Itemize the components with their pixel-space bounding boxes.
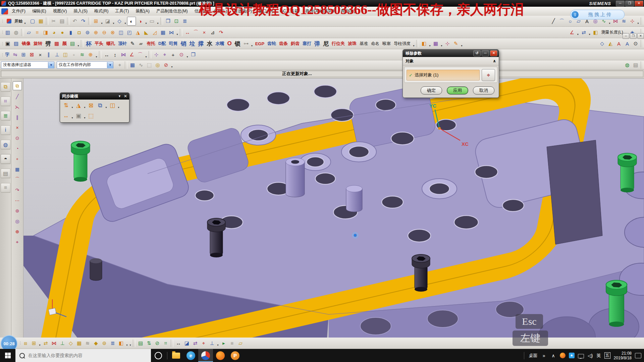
throat-plug-button[interactable]: 喉塞	[381, 40, 392, 48]
edge-button[interactable]: e	[183, 349, 198, 362]
close-icon[interactable]: ✕	[124, 94, 127, 99]
edit-params-icon[interactable]: ▩	[53, 40, 61, 48]
file-explorer-button[interactable]	[169, 349, 183, 362]
object-display-icon[interactable]: ▨	[12, 40, 20, 48]
point-set-icon[interactable]: ⊹	[443, 40, 451, 48]
network-icon[interactable]	[578, 354, 584, 358]
circle-point-icon[interactable]: ⊙	[177, 51, 185, 59]
cut-icon[interactable]: ✂	[50, 17, 58, 25]
shaded-with-edges-icon[interactable]: ◐	[127, 17, 136, 25]
nx-app-button[interactable]	[198, 349, 213, 362]
join-icon[interactable]: ⋈	[119, 51, 127, 59]
snap-link-icon[interactable]: ⧉	[13, 81, 22, 90]
dropdown-arrow[interactable]: ▾	[38, 339, 41, 348]
snapshot-icon[interactable]: ⊡	[172, 17, 180, 25]
pull-face-icon[interactable]: ◮	[74, 101, 83, 110]
palettes-tab[interactable]: ▤	[1, 169, 10, 178]
firefox-button[interactable]	[213, 349, 228, 362]
search-input[interactable]	[28, 353, 140, 358]
green-screw-lower-right[interactable]	[606, 280, 627, 327]
measure-distance-icon[interactable]: ⇄	[580, 28, 588, 37]
selection-filter-select[interactable]: 没有选择过滤器 ▼	[1, 61, 54, 69]
mirror-assembly-icon[interactable]: ⋈	[50, 339, 58, 347]
screen-capture-icon[interactable]: ▣	[4, 40, 12, 48]
section-view-icon[interactable]: ◪	[104, 17, 112, 25]
add-component-icon[interactable]: ⊞	[30, 339, 38, 347]
dropdown-arrow[interactable]: ▾	[637, 17, 640, 26]
group-face-icon[interactable]: ⬚	[87, 112, 95, 120]
dialog-titlebar[interactable]: 移除参数 ↺ ─ ✕	[403, 50, 499, 57]
measure-icon[interactable]: ↔	[174, 339, 182, 347]
screw-hole-button[interactable]: 螺孔	[105, 40, 116, 48]
close-x-icon[interactable]: ×	[36, 51, 44, 59]
draft-icon[interactable]: ◿	[151, 28, 159, 37]
selection-scope-select[interactable]: 仅在工作部件内部 ▼	[57, 61, 113, 69]
select-all-icon[interactable]: ▦	[128, 61, 137, 69]
dropdown-arrow[interactable]: ▾	[83, 111, 86, 120]
linked-face-icon[interactable]: ▣	[74, 112, 83, 120]
combine-icon[interactable]: ⊕	[87, 51, 95, 59]
pattern-feature-icon[interactable]: ▦	[159, 28, 167, 37]
product-interface-icon[interactable]: ◆	[92, 339, 100, 347]
nylon-latch-button[interactable]: 尼	[322, 40, 330, 48]
angle-icon[interactable]: ∠	[128, 51, 136, 59]
compare-icon[interactable]: ◫	[61, 51, 69, 59]
volume-icon[interactable]: ◁)	[587, 353, 593, 359]
minimize-icon[interactable]: ─	[482, 50, 489, 56]
helical-gear-button[interactable]: 斜齿	[289, 40, 301, 48]
project-curve-icon[interactable]: ⊿	[209, 28, 217, 37]
side-boss[interactable]	[346, 185, 362, 212]
sync-toolbar-titlebar[interactable]: 同步建模 ▼ ✕	[60, 93, 129, 100]
close-icon[interactable]: ✕	[490, 50, 497, 56]
shoulder-screw-button[interactable]: 塞打	[301, 40, 313, 48]
gear-button[interactable]: 齿轮	[266, 40, 277, 48]
ripple-icon[interactable]: ≋	[78, 51, 86, 59]
split-button[interactable]: 劈	[44, 40, 52, 48]
dropdown-arrow[interactable]: ▾	[100, 17, 103, 26]
sync-modeling-toolbar[interactable]: 同步建模 ▼ ✕ ⇅▾◮▾⊠⧉▾◫▾ ↔▾▣▾⬚	[60, 93, 129, 123]
dropdown-arrow[interactable]: ▾	[124, 17, 127, 26]
snap-point-on-face-icon[interactable]: ◎	[13, 217, 21, 225]
target-point-icon[interactable]: ⌖	[161, 51, 169, 59]
supported-button[interactable]: 有托	[145, 40, 157, 48]
options-icon[interactable]: ≡	[228, 339, 236, 347]
dme-button[interactable]: D配	[157, 40, 167, 48]
dropdown-arrow[interactable]: ▾	[588, 28, 591, 37]
constraint-navigator-tab[interactable]: ⌗	[1, 97, 10, 106]
ball-icon[interactable]: ◍	[623, 61, 631, 69]
snap-quadrant-icon[interactable]: ◔	[13, 144, 21, 153]
sequence-icon[interactable]: ≋	[84, 339, 92, 347]
green-screw-upper-right[interactable]	[618, 153, 637, 192]
stretch-h-icon[interactable]: ↔	[103, 51, 111, 59]
o-ring-button[interactable]: O	[226, 40, 233, 48]
exchange-icon[interactable]: ⇋	[11, 51, 19, 59]
snap-curve-icon[interactable]: ↷	[13, 186, 21, 194]
pin-button[interactable]: 销	[179, 40, 187, 48]
dropdown-arrow[interactable]: ▾	[105, 101, 108, 110]
restore-button[interactable]: ❐	[625, 1, 634, 6]
mdi-restore-button[interactable]: ❐	[630, 33, 637, 39]
snap-arc-icon[interactable]: ⌒	[13, 176, 21, 184]
dropdown-arrow[interactable]: ▾	[117, 101, 120, 110]
dropdown-arrow[interactable]: ▾	[77, 39, 80, 48]
revolve-icon[interactable]: ◕	[50, 28, 58, 37]
lasso-icon[interactable]: ∿	[137, 61, 145, 69]
wave-geometry-icon[interactable]: ◇	[67, 339, 75, 347]
tangent-icon[interactable]: ⌒	[136, 51, 144, 59]
object-section-header[interactable]: 对象 ∧	[403, 57, 499, 65]
snap-icon[interactable]: ⌖	[200, 339, 208, 347]
flat-screw-button[interactable]: 平头	[93, 40, 105, 48]
ime-wubi-indicator[interactable]: 五	[604, 352, 610, 359]
start-menu-button[interactable]	[0, 349, 15, 362]
snap-midpoint-icon[interactable]: ⋋	[13, 103, 21, 111]
more-icon[interactable]: »	[541, 353, 547, 359]
assembly-constraints-icon[interactable]: ⊥	[58, 339, 66, 347]
part-navigator-tab[interactable]: ≣	[1, 111, 10, 121]
view-box-icon[interactable]: ❐	[189, 51, 197, 59]
edge-blend-icon[interactable]: ◮	[134, 28, 142, 37]
valve-icon[interactable]: ⊶	[242, 40, 250, 48]
green-screw-left[interactable]	[71, 141, 90, 182]
snap-datum-icon[interactable]: ⊕	[13, 228, 21, 236]
redo-icon[interactable]: ↷	[79, 17, 87, 25]
ejector-pin-button[interactable]: 顶针	[117, 40, 128, 48]
